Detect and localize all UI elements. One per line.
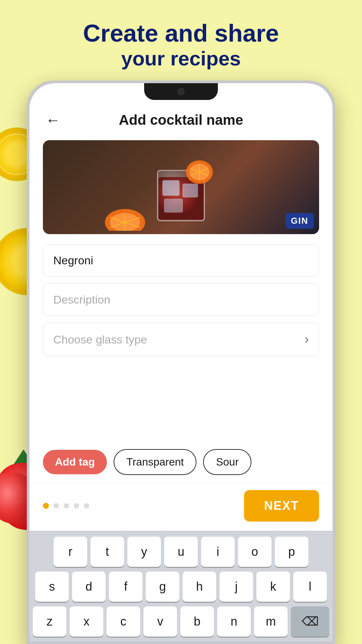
dot-4 — [74, 503, 79, 508]
dot-2 — [54, 503, 59, 508]
key-n[interactable]: n — [217, 606, 251, 637]
form-section: Choose glass type › — [29, 244, 333, 449]
phone-screen: ← Add cocktail name — [29, 83, 333, 641]
phone-notch — [144, 83, 218, 100]
dot-1-active — [43, 503, 49, 509]
svg-rect-4 — [164, 199, 183, 212]
backspace-key[interactable]: ⌫ — [291, 606, 329, 637]
key-l[interactable]: l — [293, 572, 327, 602]
app-content: ← Add cocktail name — [29, 100, 333, 641]
key-j[interactable]: j — [220, 572, 253, 602]
bottom-nav: NEXT — [29, 483, 333, 531]
key-p[interactable]: p — [275, 537, 308, 567]
key-b[interactable]: b — [180, 606, 214, 637]
orange-slice-decoration — [103, 204, 147, 231]
back-arrow-icon: ← — [46, 112, 60, 128]
cocktail-image-container[interactable]: GIN — [43, 140, 319, 234]
dot-3 — [64, 503, 69, 508]
glass-type-label: Choose glass type — [53, 333, 147, 346]
key-z[interactable]: z — [33, 606, 66, 637]
key-k[interactable]: k — [256, 572, 290, 602]
glass-type-selector[interactable]: Choose glass type › — [43, 323, 319, 356]
back-button[interactable]: ← — [43, 110, 63, 130]
key-s[interactable]: s — [35, 572, 69, 602]
header-title-line1: Create and share — [0, 20, 362, 47]
cocktail-glass-illustration — [137, 147, 225, 227]
key-m[interactable]: m — [254, 606, 288, 637]
phone-frame: ← Add cocktail name — [27, 80, 335, 644]
phone-inner: ← Add cocktail name — [29, 83, 333, 641]
header: Create and share your recipes — [0, 20, 362, 71]
key-v[interactable]: v — [143, 606, 177, 637]
key-f[interactable]: f — [109, 572, 142, 602]
keyboard-row-1: r t y u i o p — [33, 537, 329, 567]
gin-badge: GIN — [286, 213, 314, 229]
next-button[interactable]: NEXT — [244, 490, 319, 522]
chevron-right-icon: › — [305, 332, 309, 346]
page-title: Add cocktail name — [63, 112, 299, 128]
tag-sour[interactable]: Sour — [203, 449, 251, 475]
key-t[interactable]: t — [90, 537, 124, 567]
svg-rect-3 — [183, 184, 198, 197]
keyboard: r t y u i o p s d f g h — [29, 531, 333, 641]
key-x[interactable]: x — [70, 606, 103, 637]
key-d[interactable]: d — [72, 572, 106, 602]
pagination-dots — [43, 503, 89, 509]
cocktail-name-input[interactable] — [43, 244, 319, 277]
key-i[interactable]: i — [201, 537, 235, 567]
tags-row: Add tag Transparent Sour — [29, 449, 333, 483]
dot-5 — [84, 503, 89, 508]
key-g[interactable]: g — [146, 572, 179, 602]
key-r[interactable]: r — [54, 537, 87, 567]
key-u[interactable]: u — [164, 537, 198, 567]
key-c[interactable]: c — [107, 606, 140, 637]
svg-rect-2 — [163, 180, 179, 196]
tag-transparent[interactable]: Transparent — [114, 449, 196, 475]
add-tag-button[interactable]: Add tag — [43, 450, 107, 474]
camera-icon — [177, 88, 185, 95]
keyboard-row-3: z x c v b n m ⌫ — [33, 606, 329, 637]
key-y[interactable]: y — [127, 537, 161, 567]
keyboard-row-2: s d f g h j k l — [33, 572, 329, 602]
key-o[interactable]: o — [238, 537, 272, 567]
description-input[interactable] — [43, 283, 319, 316]
top-bar: ← Add cocktail name — [29, 100, 333, 137]
key-h[interactable]: h — [183, 572, 216, 602]
header-title-line2: your recipes — [0, 47, 362, 71]
